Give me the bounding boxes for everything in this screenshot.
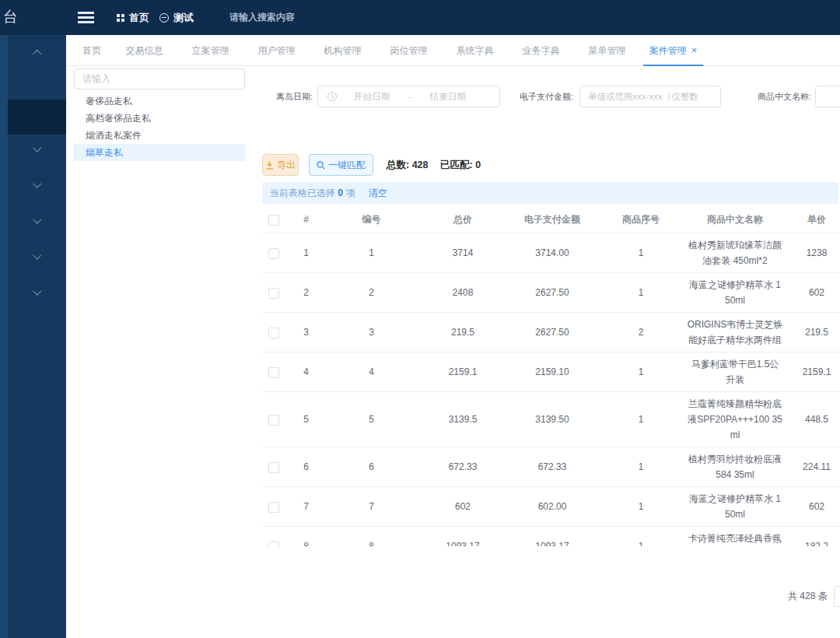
nav-home[interactable]: 首页 [117,0,149,35]
table-header: #编号总价电子支付金额商品序号商品中文名称单价 [262,206,840,233]
tab-1[interactable]: 首页 [72,35,111,66]
match-label: 一键匹配 [328,159,366,172]
sidebar-item[interactable] [8,239,66,274]
total-count: 428 [412,160,429,170]
grid-icon [117,14,124,22]
category-item[interactable]: 烟草走私 [74,144,245,161]
table-row: 553139.53139.501兰蔻菁纯臻颜精华粉底液SPF20PA+++100… [262,392,840,447]
column-header: 电子支付金额 [509,206,595,233]
date-end-placeholder: 结束日期 [430,91,466,103]
export-label: 导出 [277,159,296,172]
row-checkbox[interactable] [268,415,279,426]
name-filter-label: 商品中文名称: [757,86,811,107]
tab-6[interactable]: 岗位管理 [376,35,442,66]
sidebar-item-expanded[interactable] [8,35,66,70]
row-checkbox[interactable] [268,502,279,513]
download-icon [265,161,274,170]
table-row: 77602602.001海蓝之谜修护精萃水 150ml602 [262,487,840,527]
app-root: 台 首页 测试 请输入搜索内容 首页交易信息立案管理用户管理机构管理岗位管理系统… [0,0,840,638]
date-start-placeholder: 开始日期 [354,91,390,103]
select-all-checkbox[interactable] [268,215,279,226]
row-checkbox[interactable] [268,288,279,299]
page-size-select[interactable] [834,586,840,607]
chevron-up-icon [33,51,41,59]
amount-filter-input[interactable]: 单值或范围xxx-xxx（仅整数 [579,86,721,107]
sidebar-edge-strip [0,35,8,638]
category-list: 奢侈品走私高档奢侈品走私烟酒走私案件烟草走私 [74,93,245,161]
selected-count: 0 [338,188,343,198]
column-header: 单价 [783,206,840,233]
table-body: 1137143714.001植村秀新琥珀缘萃洁颜油套装 450ml*212382… [262,233,840,546]
sidebar-item[interactable] [8,167,66,202]
nav-home-label: 首页 [129,11,149,25]
date-filter-label: 离岛日期: [276,86,313,107]
matched-count: 0 [475,160,481,170]
counts-text: 总数: 428 已匹配: 0 [387,154,481,176]
clear-selection-link[interactable]: 清空 [369,188,387,198]
chevron-down-icon [33,143,41,152]
column-header: 总价 [416,206,509,233]
tab-5[interactable]: 机构管理 [310,35,376,66]
date-range-picker[interactable]: 开始日期 - 结束日期 [317,86,500,107]
category-item[interactable]: 奢侈品走私 [74,93,245,110]
selection-bar: 当前表格已选择 0 项 清空 [262,182,838,204]
logo-text: 台 [3,7,18,27]
pagination-total: 共 428 条 [788,585,828,607]
nav-test[interactable]: 测试 [159,0,194,35]
column-header: 编号 [327,206,416,233]
chevron-down-icon [33,215,41,223]
nav-test-label: 测试 [173,11,194,25]
sidebar-item[interactable] [8,131,66,167]
tab-bar: 首页交易信息立案管理用户管理机构管理岗位管理系统字典业务字典菜单管理案件管理× [66,35,840,66]
category-item[interactable]: 烟酒走私案件 [74,127,245,144]
sidebar [0,35,66,638]
date-separator: - [408,92,411,101]
table-row: 33219.52627.502ORIGINS韦博士灵芝焕能好底子精华水两件组21… [262,313,840,352]
tab-10[interactable]: 案件管理× [640,35,706,66]
table-row: 1137143714.001植村秀新琥珀缘萃洁颜油套装 450ml*21238 [262,233,840,273]
chevron-down-icon [33,251,41,259]
amount-filter-label: 电子支付金额: [506,86,573,107]
tab-9[interactable]: 菜单管理 [574,35,640,66]
row-checkbox[interactable] [268,328,279,338]
row-checkbox[interactable] [268,462,279,473]
row-checkbox[interactable] [268,367,279,378]
category-item[interactable]: 高档奢侈品走私 [74,110,245,127]
sidebar-item-active[interactable] [8,100,66,135]
tab-2[interactable]: 交易信息 [111,35,177,66]
column-header: 商品序号 [595,206,687,233]
category-search-placeholder: 请输入 [82,73,110,84]
export-button[interactable]: 导出 [262,154,299,176]
column-header: 商品中文名称 [687,206,783,233]
row-checkbox[interactable] [268,542,279,546]
tab-4[interactable]: 用户管理 [243,35,310,66]
table-row: 66672.33672.331植村秀羽纱持妆粉底液 584 35ml224.11 [262,447,840,487]
tab-8[interactable]: 业务字典 [508,35,574,66]
tab-3[interactable]: 立案管理 [177,35,243,66]
table-row: 442159.12159.101马爹利蓝带干邑1.5公升装2159.1 [262,352,840,392]
table-row: 2224082627.501海蓝之谜修护精萃水 150ml602 [262,273,840,313]
tab-close-icon[interactable]: × [691,44,698,56]
top-navbar: 台 首页 测试 请输入搜索内容 [0,0,840,35]
match-button[interactable]: 一键匹配 [309,154,373,176]
data-table: #编号总价电子支付金额商品序号商品中文名称单价 1137143714.001植村… [262,206,840,546]
table-row: 881093.171093.171卡诗菁纯亮泽经典香氛182.2 [262,527,840,546]
sidebar-item[interactable] [8,203,66,238]
tab-7[interactable]: 系统字典 [442,35,508,66]
row-checkbox[interactable] [268,248,279,259]
global-search-input[interactable]: 请输入搜索内容 [229,0,295,35]
category-search-input[interactable]: 请输入 [74,68,245,89]
hamburger-menu-icon[interactable] [78,12,94,23]
sidebar-item[interactable] [8,275,66,310]
search-icon [317,161,325,170]
name-filter-input[interactable] [815,86,840,107]
column-header: # [285,206,327,233]
chevron-down-icon [33,179,41,188]
clock-icon [327,92,337,101]
chevron-down-icon [33,286,41,295]
minus-circle-icon [159,13,169,23]
amount-placeholder: 单值或范围xxx-xxx（仅整数 [588,91,698,103]
